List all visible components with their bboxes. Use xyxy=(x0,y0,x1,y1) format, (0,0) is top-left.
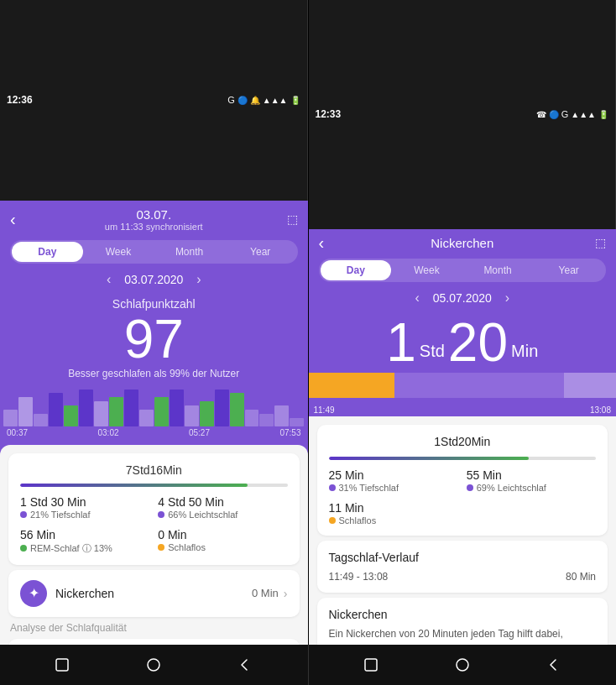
right-stat-light-value: 55 Min xyxy=(467,468,596,482)
left-nav-back[interactable] xyxy=(235,655,255,675)
right-tab-nav: Day Week Month Year xyxy=(319,259,607,282)
stat-rem-sleep: 56 Min REM-Schlaf ⓘ 13% xyxy=(20,528,149,555)
nap-label: Nickerchen xyxy=(55,587,252,600)
left-time: 12:36 xyxy=(7,94,33,106)
right-prev-date[interactable]: ‹ xyxy=(415,290,419,306)
chart-label-1: 03:02 xyxy=(97,428,118,437)
right-panel-title: Nickerchen xyxy=(431,236,493,250)
dot-right-deep xyxy=(329,484,336,491)
right-tab-week[interactable]: Week xyxy=(391,260,462,280)
right-stat-deep: 25 Min 31% Tiefschlaf xyxy=(329,468,458,493)
right-nav-back[interactable] xyxy=(544,655,564,675)
schedule-duration: 80 Min xyxy=(566,571,596,583)
right-date-nav: ‹ 05.07.2020 › xyxy=(309,287,617,309)
right-stats-progress xyxy=(329,457,597,460)
right-back-button[interactable]: ‹ xyxy=(319,233,325,253)
dot-deep xyxy=(20,511,27,518)
sleep-chart: 00:37 03:02 05:27 07:53 xyxy=(0,390,308,443)
right-tab-month[interactable]: Month xyxy=(462,260,534,280)
left-panel-subtitle: um 11:33 synchronisiert xyxy=(105,222,203,232)
left-tab-day[interactable]: Day xyxy=(12,242,83,262)
left-white-content: 7Std16Min 1 Std 30 Min 21% Tiefschlaf 4 … xyxy=(0,445,308,646)
sleep-score-desc: Besser geschlafen als 99% der Nutzer xyxy=(68,368,239,379)
nap-timeline: 11:49 13:08 xyxy=(309,373,617,416)
chart-label-0: 00:37 xyxy=(7,428,28,437)
svg-rect-2 xyxy=(365,659,377,671)
left-nav-circle[interactable] xyxy=(144,655,164,675)
left-prev-date[interactable]: ‹ xyxy=(107,272,111,287)
tip-body: Ein Nickerchen von 20 Minuten jeden Tag … xyxy=(329,626,597,646)
right-stat-awake: 11 Min Schlaflos xyxy=(329,501,458,526)
right-nav-bar xyxy=(309,645,617,685)
dot-right-light xyxy=(467,484,473,491)
schedule-title: Tagschlaf-Verlauf xyxy=(329,551,597,564)
dot-awake xyxy=(158,544,164,551)
stat-light-sleep: 4 Std 50 Min 66% Leichtschlaf xyxy=(158,495,287,520)
right-panel-header: ‹ Nickerchen ⬚ xyxy=(309,229,617,254)
right-export-button[interactable]: ⬚ xyxy=(595,236,606,249)
timeline-end: 13:08 xyxy=(590,405,611,415)
left-nav-square[interactable] xyxy=(52,655,72,675)
tip-card: Nickerchen Ein Nickerchen von 20 Minuten… xyxy=(317,598,608,646)
left-export-button[interactable]: ⬚ xyxy=(287,212,298,226)
right-stat-awake-label: Schlaflos xyxy=(329,515,458,526)
nap-row[interactable]: ✦ Nickerchen 0 Min › xyxy=(8,570,300,617)
nap-minutes: 20 xyxy=(448,316,508,369)
nap-duration-section: 1 Std 20 Min xyxy=(309,309,617,369)
stats-title: 7Std16Min xyxy=(20,463,288,477)
right-tab-year[interactable]: Year xyxy=(533,260,604,280)
svg-point-3 xyxy=(457,659,468,671)
left-panel-title: 03.07. xyxy=(105,207,203,222)
left-panel-header: ‹ 03.07. um 11:33 synchronisiert ⬚ xyxy=(0,201,308,235)
left-next-date[interactable]: › xyxy=(196,272,201,287)
stat-light-value: 4 Std 50 Min xyxy=(158,495,287,509)
chart-labels: 00:37 03:02 05:27 07:53 xyxy=(0,426,308,437)
right-status-bar: 12:33 ☎ 🔵 G ▲▲▲ 🔋 xyxy=(309,0,617,229)
dot-rem xyxy=(20,545,27,552)
chart-label-2: 05:27 xyxy=(189,428,210,437)
nap-minutes-unit: Min xyxy=(511,342,538,369)
sleep-score-section: Schlafpunktzahl 97 Besser geschlafen als… xyxy=(0,290,308,383)
right-stat-light: 55 Min 69% Leichtschlaf xyxy=(467,468,596,493)
stat-awake-label: Schlaflos xyxy=(158,542,287,552)
left-status-icons: G 🔵 🔔 ▲▲▲ 🔋 xyxy=(227,95,300,105)
nap-chevron-icon: › xyxy=(284,587,288,600)
dot-right-awake xyxy=(329,517,336,524)
stat-rem-label: REM-Schlaf ⓘ 13% xyxy=(20,542,149,555)
svg-point-1 xyxy=(148,659,159,671)
right-status-icons: ☎ 🔵 G ▲▲▲ 🔋 xyxy=(536,109,608,119)
right-tab-day[interactable]: Day xyxy=(321,260,392,280)
timeline-start: 11:49 xyxy=(314,405,335,415)
info-card-title: 1Std20Min xyxy=(329,435,597,448)
sleep-score-value: 97 xyxy=(124,312,184,366)
left-date-nav: ‹ 03.07.2020 › xyxy=(0,269,308,290)
analysis-title: Analyse der Schlafqualität xyxy=(8,622,300,634)
stats-progress xyxy=(20,484,288,487)
chart-label-3: 07:53 xyxy=(279,428,300,437)
left-date: 03.07.2020 xyxy=(124,273,183,286)
stat-deep-label: 21% Tiefschlaf xyxy=(20,510,149,520)
dot-light xyxy=(158,511,164,518)
stat-deep-sleep: 1 Std 30 Min 21% Tiefschlaf xyxy=(20,495,149,520)
left-tab-week[interactable]: Week xyxy=(83,242,154,262)
left-nav-bar xyxy=(0,645,309,685)
right-time: 12:33 xyxy=(316,108,342,120)
right-nav-circle[interactable] xyxy=(452,655,472,675)
right-stat-deep-value: 25 Min xyxy=(329,468,458,482)
left-back-button[interactable]: ‹ xyxy=(10,210,16,229)
nap-hours: 1 xyxy=(386,316,416,369)
stats-card: 7Std16Min 1 Std 30 Min 21% Tiefschlaf 4 … xyxy=(8,453,300,565)
right-nav-square[interactable] xyxy=(361,655,381,675)
left-tab-month[interactable]: Month xyxy=(154,242,225,262)
schedule-row: 11:49 - 13:08 80 Min xyxy=(329,571,597,583)
right-next-date[interactable]: › xyxy=(505,290,509,306)
right-date: 05.07.2020 xyxy=(433,291,492,305)
tip-title: Nickerchen xyxy=(329,608,597,621)
left-tab-year[interactable]: Year xyxy=(225,242,296,262)
right-stat-deep-label: 31% Tiefschlaf xyxy=(329,483,458,493)
right-stat-light-label: 69% Leichtschlaf xyxy=(467,483,596,493)
analysis-card: 🌙 Spät eingeschlafen Versuche gegen 22:0… xyxy=(8,639,300,646)
info-card: 1Std20Min 25 Min 31% Tiefschlaf 55 Min xyxy=(317,425,608,536)
stat-deep-value: 1 Std 30 Min xyxy=(20,495,149,509)
analysis-section: Analyse der Schlafqualität 🌙 Spät einges… xyxy=(8,622,300,646)
